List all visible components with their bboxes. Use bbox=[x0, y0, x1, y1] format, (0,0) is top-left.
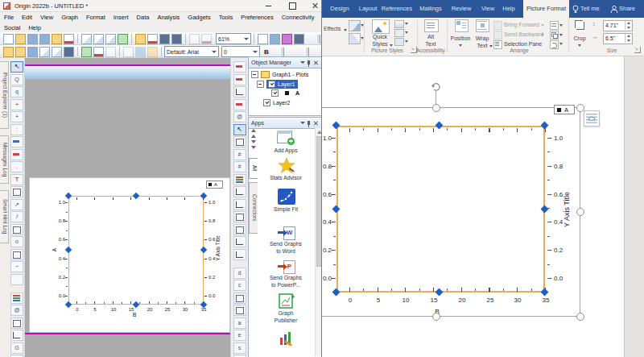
picture-layout-icon[interactable] bbox=[349, 33, 361, 44]
tree-node-layer2[interactable]: Layer2 bbox=[263, 99, 290, 106]
picture-layout2-icon[interactable] bbox=[394, 38, 404, 46]
scrollbar-up-icon[interactable] bbox=[317, 131, 322, 134]
arrange-layers-icon[interactable] bbox=[39, 47, 50, 57]
height-spinner[interactable] bbox=[625, 21, 632, 30]
menu-preferences[interactable]: Preferences bbox=[237, 12, 277, 23]
freehand-tool-icon[interactable]: ~ bbox=[10, 261, 23, 272]
duplicate-format-icon[interactable]: d bbox=[233, 268, 246, 279]
tab-project-explorer[interactable]: Project Explorer (1) bbox=[0, 61, 9, 129]
color-palette-icon[interactable] bbox=[233, 174, 246, 185]
alt-text-label1[interactable]: Alt bbox=[418, 34, 444, 39]
alt-text-icon[interactable] bbox=[424, 19, 439, 32]
word-legend[interactable]: A bbox=[554, 105, 575, 114]
y-axis-title-right[interactable]: Y Axis Title bbox=[563, 177, 572, 242]
arrow-tool-icon[interactable]: ↗ bbox=[10, 199, 23, 210]
group-objects-icon[interactable] bbox=[550, 31, 559, 39]
y-axis-title-left[interactable]: A bbox=[52, 242, 60, 258]
layer2-checkbox[interactable] bbox=[263, 99, 270, 106]
annotation-tool-icon[interactable] bbox=[10, 186, 23, 197]
save-all-icon[interactable] bbox=[171, 34, 182, 44]
align-objects-icon[interactable] bbox=[550, 21, 559, 30]
quick-styles-icon[interactable] bbox=[372, 19, 390, 34]
x-axis-title[interactable]: B bbox=[126, 312, 142, 318]
y-axis-title-right[interactable]: Y Axis Title bbox=[215, 220, 223, 276]
tab-picture-format[interactable]: Picture Format bbox=[523, 0, 569, 18]
wrap-text-icon[interactable] bbox=[476, 19, 489, 32]
rectangle-tool-icon[interactable] bbox=[10, 224, 23, 235]
extract-layer-icon[interactable] bbox=[15, 47, 26, 57]
tell-me-button[interactable]: Tell me bbox=[580, 0, 605, 18]
panel-menu-icon[interactable] bbox=[300, 122, 305, 124]
new-folder-icon[interactable] bbox=[52, 34, 62, 44]
menu-insert[interactable]: Insert bbox=[109, 12, 133, 23]
tab-smart-hint-log[interactable]: Smart Hint Log bbox=[0, 190, 9, 243]
picture-border-bottom[interactable] bbox=[322, 316, 580, 317]
send-graphs-to-word-icon[interactable]: W bbox=[278, 226, 295, 239]
tree-node-plot[interactable]: A bbox=[271, 89, 299, 97]
simple-fit-icon[interactable] bbox=[278, 189, 295, 205]
font-size-combo[interactable]: 0 bbox=[221, 46, 260, 57]
data-reader-tool-icon[interactable]: : bbox=[10, 124, 23, 135]
app-send-word-label1[interactable]: Send Graphs bbox=[258, 241, 313, 247]
send-backward-icon[interactable] bbox=[493, 31, 502, 39]
tab-help[interactable]: Help bbox=[498, 0, 519, 18]
tab-review[interactable]: Review bbox=[447, 0, 476, 18]
add-apps-icon[interactable] bbox=[277, 131, 295, 145]
tree-node-layer1[interactable]: Layer1 bbox=[257, 80, 298, 89]
zoom-in-tool-icon[interactable]: Q bbox=[10, 74, 23, 85]
app-send-word-label2[interactable]: to Word bbox=[258, 248, 313, 254]
save-project-icon[interactable] bbox=[39, 34, 50, 44]
app-stats-advisor-label[interactable]: Stats Advisor bbox=[258, 175, 313, 181]
menu-gadgets[interactable]: Gadgets bbox=[184, 12, 214, 23]
zoom-out-tool-icon[interactable]: q bbox=[10, 86, 23, 98]
tab-references[interactable]: References bbox=[379, 0, 415, 18]
scrollbar-thumb[interactable] bbox=[316, 136, 322, 267]
open-icon[interactable] bbox=[15, 34, 26, 44]
snap-center-icon[interactable] bbox=[201, 34, 212, 44]
open-excel-icon[interactable] bbox=[27, 34, 38, 44]
resize-handle-bottom-right[interactable] bbox=[576, 313, 584, 321]
rotate-objects-icon[interactable] bbox=[550, 40, 559, 49]
selection-pane-button[interactable]: Selection Pane bbox=[504, 41, 542, 47]
scroll-down-icon[interactable] bbox=[251, 140, 256, 143]
layout-tool-icon[interactable] bbox=[10, 318, 23, 329]
axis-corner-icon[interactable] bbox=[233, 236, 246, 247]
window-tile-icon[interactable] bbox=[233, 305, 246, 316]
print-icon[interactable] bbox=[258, 34, 268, 44]
expander-icon[interactable] bbox=[257, 81, 264, 88]
toolbar-grip[interactable] bbox=[316, 35, 320, 44]
active-plot-tool-icon[interactable] bbox=[233, 124, 246, 135]
exchange-axes-icon[interactable] bbox=[93, 47, 104, 57]
send-backward-button[interactable]: Send Backward bbox=[504, 31, 543, 37]
panel-pin-icon[interactable] bbox=[308, 121, 310, 125]
axes-tool-icon[interactable] bbox=[10, 330, 23, 341]
bring-forward-icon[interactable] bbox=[493, 21, 502, 30]
resize-handle-top[interactable] bbox=[432, 104, 440, 112]
app-add-apps-label[interactable]: Add Apps bbox=[258, 147, 313, 153]
origin-legend[interactable]: A bbox=[206, 181, 223, 189]
picture-border-top[interactable] bbox=[322, 107, 580, 108]
toolbar-grip[interactable] bbox=[280, 48, 284, 56]
world-tool-icon[interactable]: G bbox=[10, 342, 23, 354]
app-partial-icon[interactable] bbox=[279, 331, 295, 346]
fit-page-icon[interactable] bbox=[64, 47, 74, 57]
resize-handle-right[interactable] bbox=[576, 208, 584, 216]
axis-open-icon[interactable] bbox=[233, 199, 246, 210]
axis-left-icon[interactable] bbox=[233, 186, 246, 197]
data-selector-tool-icon[interactable] bbox=[10, 136, 23, 147]
graph-publisher-icon[interactable] bbox=[279, 293, 295, 309]
save-icon[interactable] bbox=[159, 34, 170, 44]
maximize-button[interactable] bbox=[284, 0, 300, 11]
merge-graph-icon[interactable] bbox=[27, 47, 38, 57]
tree-node-graph1[interactable]: Graph1 - Plots bbox=[251, 71, 308, 78]
pointer-tool-icon[interactable] bbox=[10, 61, 23, 73]
video-builder-icon[interactable] bbox=[294, 34, 304, 44]
import-single-ascii-icon[interactable] bbox=[147, 34, 158, 44]
slide-show-icon[interactable] bbox=[282, 34, 292, 44]
scroll-up-icon[interactable] bbox=[251, 135, 256, 138]
panel-close-icon[interactable] bbox=[313, 60, 318, 64]
duplicate-window-icon[interactable] bbox=[52, 47, 62, 57]
tab-design[interactable]: Design bbox=[327, 0, 353, 18]
menu-analysis[interactable]: Analysis bbox=[153, 12, 184, 23]
menu-connectivity[interactable]: Connectivity bbox=[278, 12, 319, 23]
